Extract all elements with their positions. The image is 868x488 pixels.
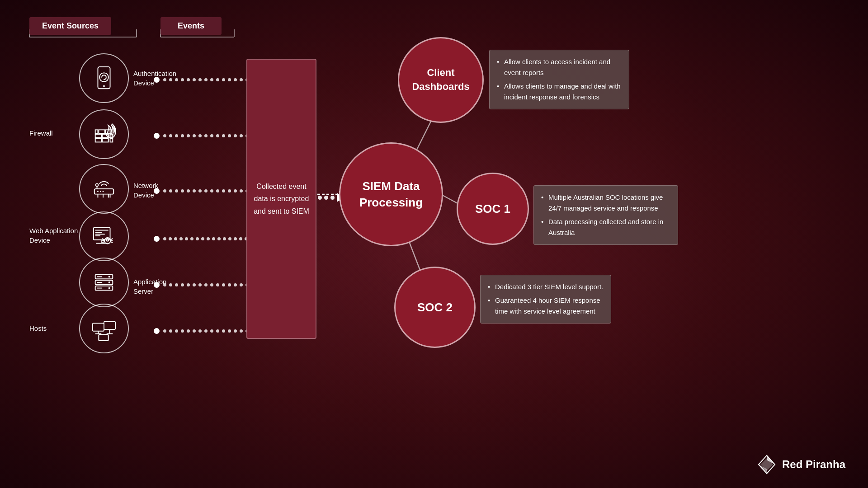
client-info-box: •Allow clients to access incident and ev…: [489, 50, 629, 109]
svg-line-43: [102, 242, 104, 243]
svg-line-8: [409, 242, 420, 271]
soc1-circle: SOC 1: [457, 173, 529, 245]
svg-point-52: [108, 287, 110, 289]
center-box-text: Collected event data is encrypted and se…: [247, 176, 316, 222]
soc1-bullet-2: Data processing collected and store in A…: [548, 218, 663, 236]
soc2-info-box: •Dedicated 3 tier SIEM level support. •G…: [480, 275, 611, 324]
logo-icon: [757, 455, 777, 474]
siem-label: SIEM DataProcessing: [359, 178, 423, 211]
svg-rect-16: [102, 139, 108, 142]
svg-rect-21: [110, 139, 113, 142]
siem-circle: SIEM DataProcessing: [339, 142, 443, 246]
svg-point-50: [108, 276, 110, 278]
soc2-bullet-2: Guaranteed 4 hour SIEM response time wit…: [495, 296, 600, 315]
svg-rect-37: [95, 234, 105, 235]
svg-point-24: [96, 183, 99, 186]
svg-rect-17: [99, 130, 105, 133]
svg-rect-15: [95, 139, 102, 142]
client-label: ClientDashboards: [412, 66, 469, 94]
source-webapp: [79, 211, 129, 261]
soc1-info-box: •Multiple Australian SOC locations give …: [533, 185, 678, 245]
client-bullet-1: Allow clients to access incident and eve…: [504, 58, 610, 76]
svg-rect-13: [95, 134, 102, 138]
source-firewall: [79, 109, 129, 159]
center-collection-box: Collected event data is encrypted and se…: [246, 59, 316, 339]
svg-point-12: [103, 85, 105, 87]
source-authentication: [79, 53, 129, 103]
svg-rect-36: [95, 232, 102, 233]
source-hosts: [79, 304, 129, 353]
svg-line-46: [111, 242, 113, 243]
event-sources-header: Event Sources: [29, 17, 111, 35]
source-network: [79, 164, 129, 214]
svg-rect-19: [95, 130, 98, 133]
label-hosts: Hosts: [29, 324, 47, 332]
svg-rect-59: [104, 322, 115, 329]
label-webapp: Web ApplicationDevice: [29, 226, 78, 245]
svg-point-51: [108, 282, 110, 283]
svg-rect-62: [99, 335, 108, 341]
source-server: [79, 258, 129, 307]
label-firewall: Firewall: [29, 129, 53, 137]
soc2-circle: SOC 2: [394, 267, 476, 348]
logo: Red Piranha: [757, 455, 845, 474]
soc2-bullet-1: Dedicated 3 tier SIEM level support.: [495, 283, 603, 291]
svg-line-44: [111, 239, 113, 240]
svg-rect-38: [95, 235, 101, 236]
client-circle: ClientDashboards: [398, 37, 484, 123]
client-bullet-2: Allows clients to manage and deal with i…: [504, 82, 621, 101]
soc2-label: SOC 2: [417, 300, 453, 314]
soc1-label: SOC 1: [475, 202, 510, 216]
svg-rect-56: [93, 323, 104, 331]
events-header: Events: [160, 17, 222, 35]
logo-text: Red Piranha: [782, 458, 845, 471]
svg-line-7: [441, 194, 458, 203]
soc1-bullet-1: Multiple Australian SOC locations give 2…: [548, 193, 663, 212]
